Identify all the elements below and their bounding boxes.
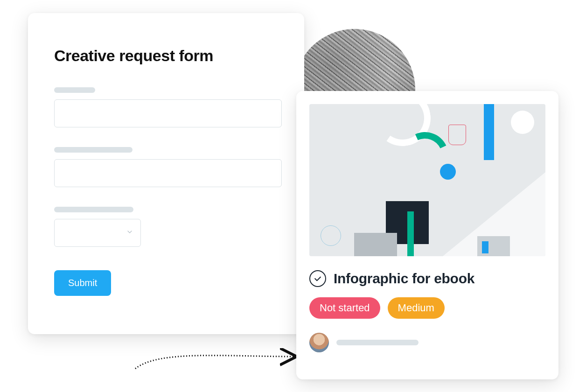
- submit-button[interactable]: Submit: [54, 270, 111, 296]
- form-field-2: [54, 147, 278, 187]
- form-title: Creative request form: [54, 47, 278, 65]
- field-label-placeholder: [54, 207, 133, 212]
- form-field-3: [54, 207, 278, 247]
- assignee-avatar[interactable]: [309, 333, 329, 352]
- select-input[interactable]: [54, 219, 141, 247]
- status-badge[interactable]: Not started: [309, 297, 380, 319]
- priority-badge[interactable]: Medium: [388, 297, 445, 319]
- form-field-1: [54, 87, 278, 127]
- creative-request-form-card: Creative request form Submit: [28, 13, 304, 334]
- arrow-connector-icon: [131, 345, 308, 378]
- field-label-placeholder: [54, 147, 133, 153]
- complete-task-checkbox[interactable]: [309, 270, 326, 287]
- field-label-placeholder: [54, 87, 95, 93]
- task-cover-image: [309, 104, 545, 256]
- text-input-2[interactable]: [54, 159, 282, 187]
- task-card: Infographic for ebook Not started Medium: [296, 91, 558, 379]
- text-input-1[interactable]: [54, 99, 282, 127]
- assignee-name-placeholder: [336, 340, 419, 345]
- task-title: Infographic for ebook: [334, 271, 474, 287]
